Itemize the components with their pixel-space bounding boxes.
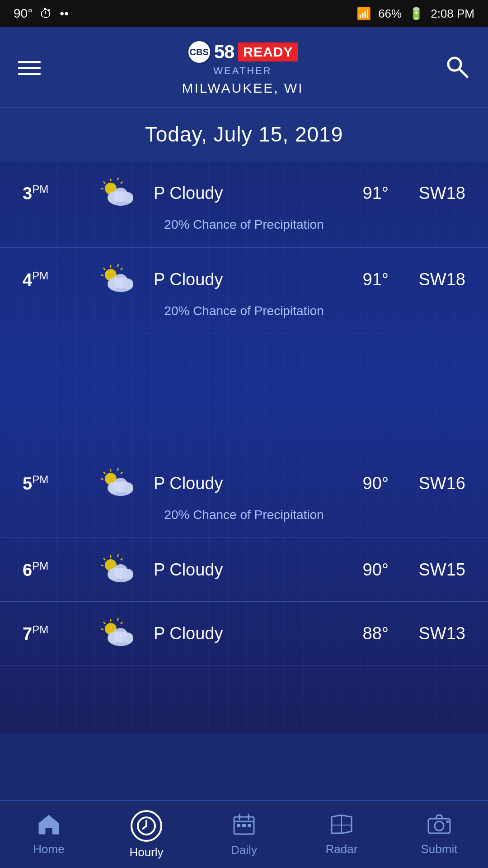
svg-line-35 [121, 558, 122, 560]
hourly-main: 3PM [23, 175, 465, 211]
cbs-emblem: CBS [187, 40, 211, 64]
nav-daily[interactable]: Daily [195, 801, 293, 868]
hourly-container: 3PM [0, 161, 488, 733]
wind-speed: SW16 [402, 474, 465, 493]
hour-time: 7PM [23, 623, 81, 644]
weather-icon [95, 465, 140, 501]
hourly-main: 5PM P Cloudy [23, 465, 465, 501]
home-label: Home [33, 842, 64, 856]
daily-icon [232, 812, 256, 840]
svg-line-15 [121, 268, 122, 270]
weather-icon [95, 261, 140, 297]
svg-line-13 [117, 264, 118, 267]
bottom-navigation: Home Hourly Daily [0, 800, 488, 868]
svg-point-41 [122, 569, 133, 580]
submit-label: Submit [421, 842, 458, 856]
svg-rect-59 [248, 824, 251, 827]
status-temp: 90° [14, 6, 33, 21]
svg-line-14 [103, 268, 105, 270]
condition-label: P Cloudy [154, 270, 325, 289]
nav-hourly[interactable]: Hourly [98, 801, 195, 868]
app-header: CBS 58 READY WEATHER MILWAUKEE, WI [0, 27, 488, 108]
svg-line-44 [103, 622, 105, 624]
temperature: 88° [339, 624, 389, 643]
weather-icon [95, 175, 140, 211]
svg-line-43 [117, 618, 118, 621]
radar-label: Radar [326, 842, 358, 856]
condition-label: P Cloudy [154, 184, 325, 203]
precipitation-chance: 20% Chance of Precipitation [23, 501, 465, 533]
hourly-row: 3PM [0, 161, 488, 248]
temperature: 90° [339, 560, 389, 580]
status-clock-icon: ⏱ [40, 6, 52, 21]
svg-line-3 [117, 178, 118, 180]
svg-line-46 [101, 629, 103, 629]
svg-line-4 [103, 182, 105, 184]
svg-line-6 [101, 189, 103, 189]
svg-point-31 [122, 482, 133, 493]
condition-label: P Cloudy [154, 560, 325, 580]
hour-time: 6PM [23, 560, 81, 580]
nav-home[interactable]: Home [0, 801, 98, 868]
hourly-main: 4PM P Cloudy [23, 261, 465, 297]
wifi-icon: 📶 [357, 7, 371, 21]
weather-icon [95, 615, 140, 651]
svg-point-63 [435, 821, 444, 830]
wind-speed: SW15 [402, 560, 465, 580]
status-dots: •• [60, 6, 69, 21]
svg-line-26 [101, 479, 103, 479]
wind-speed: SW18 [402, 270, 465, 289]
svg-line-25 [121, 472, 122, 474]
svg-line-24 [103, 472, 105, 474]
svg-point-21 [122, 278, 133, 289]
svg-rect-58 [242, 824, 246, 827]
wind-speed: SW13 [402, 624, 465, 643]
wind-speed: SW18 [402, 184, 465, 203]
home-icon [37, 813, 61, 839]
nav-radar[interactable]: Radar [293, 801, 390, 868]
svg-line-34 [103, 558, 105, 560]
battery-level: 66% [378, 7, 402, 21]
battery-icon: 🔋 [409, 7, 423, 21]
date-banner: Today, July 15, 2019 [0, 108, 488, 161]
hourly-circle-icon [131, 810, 162, 842]
submit-camera-icon [427, 813, 452, 839]
weather-icon [95, 552, 140, 588]
status-left: 90° ⏱ •• [14, 6, 69, 21]
svg-point-11 [122, 192, 133, 203]
weather-sub-label: WEATHER [213, 65, 272, 77]
precipitation-chance: 20% Chance of Precipitation [23, 211, 465, 243]
hourly-main: 6PM P Cloudy [23, 552, 465, 588]
temperature: 91° [339, 270, 389, 289]
status-time: 2:08 PM [431, 7, 474, 21]
city-label: MILWAUKEE, WI [182, 80, 303, 96]
svg-point-51 [122, 632, 133, 643]
hourly-row: 6PM P Cloudy [0, 538, 488, 602]
ready-label: READY [238, 42, 298, 61]
condition-label: P Cloudy [154, 474, 325, 493]
bridge-spacer [0, 334, 488, 452]
hourly-row: 5PM P Cloudy [0, 452, 488, 538]
svg-line-36 [101, 565, 103, 566]
status-bar: 90° ⏱ •• 📶 66% 🔋 2:08 PM [0, 0, 488, 27]
svg-line-23 [117, 468, 118, 471]
daily-label: Daily [231, 843, 257, 857]
status-right: 📶 66% 🔋 2:08 PM [357, 7, 474, 21]
menu-button[interactable] [18, 61, 41, 75]
hour-time: 3PM [23, 183, 81, 203]
logo-area: CBS 58 READY WEATHER MILWAUKEE, WI [182, 40, 303, 96]
svg-line-45 [121, 622, 122, 624]
svg-rect-57 [237, 824, 240, 827]
radar-icon [330, 813, 353, 839]
temperature: 91° [339, 184, 389, 203]
svg-rect-64 [446, 821, 449, 823]
search-button[interactable] [445, 54, 470, 81]
channel-number: 58 [214, 41, 235, 63]
temperature: 90° [339, 474, 389, 493]
precipitation-chance: 20% Chance of Precipitation [23, 297, 465, 329]
svg-line-16 [101, 275, 103, 275]
condition-label: P Cloudy [154, 624, 325, 643]
hourly-label: Hourly [129, 845, 163, 859]
nav-submit[interactable]: Submit [390, 801, 488, 868]
cbs58-logo: CBS 58 READY [187, 40, 299, 64]
